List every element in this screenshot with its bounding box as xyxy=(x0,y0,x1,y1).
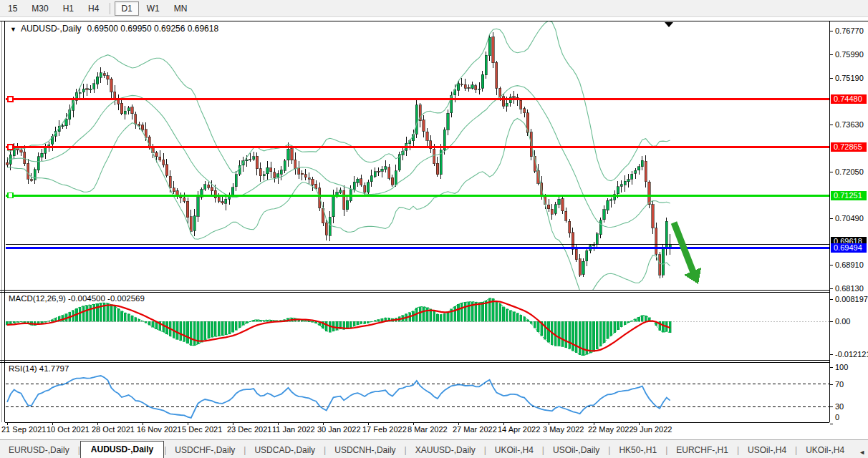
candle-body xyxy=(183,198,185,201)
chart-tab-usdcnh-daily[interactable]: USDCNH-,Daily xyxy=(326,442,404,458)
chevron-down-icon[interactable]: ▼ xyxy=(10,26,16,33)
bollinger-band xyxy=(7,21,670,181)
candle-body xyxy=(37,157,39,170)
chart-tab-usdchf-daily[interactable]: USDCHF-,Daily xyxy=(166,442,243,458)
chart-tab-usoil-h4[interactable]: USOil-,H4 xyxy=(739,442,795,458)
macd-tick-mark xyxy=(830,299,833,300)
macd-histogram-bar xyxy=(436,314,438,321)
candle-body xyxy=(554,205,556,214)
horizontal-line-0.72865[interactable] xyxy=(6,146,829,148)
rsi-indicator-label: RSI(14) 41.7797 xyxy=(9,364,69,373)
macd-histogram-bar xyxy=(238,321,241,328)
line-handle[interactable] xyxy=(8,193,13,198)
chart-tab-hk50-h1[interactable]: HK50-,H1 xyxy=(610,442,665,458)
date-tick-label: 10 Oct 2021 xyxy=(47,425,90,434)
candle-body xyxy=(360,179,362,185)
time-axis[interactable]: 21 Sep 202110 Oct 202128 Oct 202116 Nov … xyxy=(0,424,868,435)
chart-tab-ukoil-h4[interactable]: UKOil-,H4 xyxy=(486,442,542,458)
candle-body xyxy=(572,233,574,249)
horizontal-line-0.69494[interactable] xyxy=(6,247,829,249)
macd-histogram-bar xyxy=(537,321,539,332)
macd-tick-label: 0.008197 xyxy=(835,295,868,303)
macd-histogram-bar xyxy=(572,321,574,351)
macd-histogram-bar xyxy=(478,303,481,321)
candle-body xyxy=(312,179,314,185)
macd-histogram-bar xyxy=(565,321,567,348)
macd-histogram-bar xyxy=(246,321,248,323)
panel-separator[interactable] xyxy=(0,290,829,291)
candle-body xyxy=(301,173,303,175)
timeframe-button-mn[interactable]: MN xyxy=(168,1,194,16)
candle-body xyxy=(627,180,630,182)
line-handle[interactable] xyxy=(8,97,13,102)
candle-body xyxy=(294,160,296,168)
rsi-panel[interactable] xyxy=(0,363,829,422)
price-tick-mark xyxy=(830,265,833,265)
rsi-tick-mark xyxy=(830,384,833,385)
macd-histogram-bar xyxy=(426,308,428,321)
timeframe-button-h1[interactable]: H1 xyxy=(57,1,80,16)
rsi-tick-mark xyxy=(830,367,833,368)
macd-histogram-bar xyxy=(423,307,425,321)
macd-histogram-bar xyxy=(79,307,81,321)
candle-body xyxy=(496,62,498,88)
candle-body xyxy=(569,221,571,233)
candle-body xyxy=(82,89,85,92)
candle-body xyxy=(276,174,279,177)
price-tick-mark xyxy=(830,288,833,289)
candle-body xyxy=(648,182,650,204)
candle-body xyxy=(218,198,220,201)
macd-histogram-bar xyxy=(176,321,178,339)
candle-body xyxy=(551,209,553,214)
candle-body xyxy=(343,190,345,210)
price-tick-label: 0.68910 xyxy=(835,260,864,269)
candle-body xyxy=(103,74,105,76)
timeframe-button-w1[interactable]: W1 xyxy=(140,1,166,16)
candle-body xyxy=(652,205,654,228)
price-tick-mark xyxy=(830,78,833,79)
candle-body xyxy=(86,89,88,89)
macd-histogram-bar xyxy=(520,315,522,321)
rsi-tick-mark xyxy=(830,406,833,407)
chart-tab-eurchf-h1[interactable]: EURCHF-,H1 xyxy=(667,442,737,458)
candle-body xyxy=(377,171,380,172)
macd-histogram-bar xyxy=(225,321,227,335)
chart-tab-eurusd-daily[interactable]: EURUSD-,Daily xyxy=(0,442,78,458)
scroll-left-icon[interactable]: ◄ xyxy=(859,449,865,456)
candle-body xyxy=(173,188,175,192)
rsi-tick-mark xyxy=(830,424,833,424)
timeframe-button-m15[interactable]: 15 xyxy=(1,1,24,16)
horizontal-line-0.71251[interactable] xyxy=(6,195,829,197)
panel-separator[interactable] xyxy=(0,360,829,361)
macd-histogram-bar xyxy=(460,303,463,321)
macd-histogram-bar xyxy=(592,321,594,351)
chart-tab-usoil-daily[interactable]: USOil-,Daily xyxy=(544,442,608,458)
timeframe-button-d1[interactable]: D1 xyxy=(115,1,138,16)
macd-histogram-bar xyxy=(211,321,213,337)
candle-body xyxy=(607,200,609,210)
candle-body xyxy=(635,170,637,173)
macd-panel[interactable] xyxy=(0,293,829,360)
macd-histogram-bar xyxy=(624,321,626,325)
candle-body xyxy=(231,187,233,195)
timeframe-button-m30[interactable]: M30 xyxy=(25,1,54,16)
candle-body xyxy=(114,92,116,99)
macd-histogram-bar xyxy=(502,307,504,322)
candle-body xyxy=(110,79,112,92)
macd-histogram-bar xyxy=(204,321,206,340)
timeframe-button-h4[interactable]: H4 xyxy=(82,1,105,16)
chart-tab-usdcad-daily[interactable]: USDCAD-,Daily xyxy=(246,442,324,458)
chart-tab-xauusd-daily[interactable]: XAUUSD-,Daily xyxy=(407,442,484,458)
main-price-chart[interactable] xyxy=(0,21,829,291)
price-axis[interactable]: 0.767700.759900.751900.736300.720500.704… xyxy=(829,21,868,422)
horizontal-line-0.74480[interactable] xyxy=(6,98,829,100)
candle-body xyxy=(308,178,310,180)
macd-histogram-bar xyxy=(603,321,605,343)
chart-tab-ukoil-h4[interactable]: UKOil-,H4 xyxy=(797,442,853,458)
macd-histogram-bar xyxy=(614,321,616,333)
line-handle[interactable] xyxy=(8,145,13,150)
candle-body xyxy=(481,74,483,88)
price-tick-label: 0.76770 xyxy=(835,26,864,35)
macd-histogram-bar xyxy=(443,313,445,321)
chart-tab-audusd-daily[interactable]: AUDUSD-,Daily xyxy=(80,441,164,458)
